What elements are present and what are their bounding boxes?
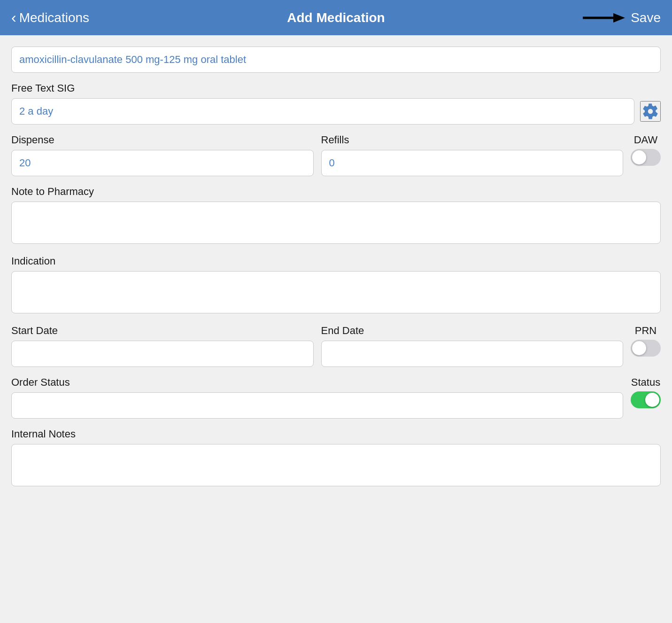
free-text-sig-input[interactable]: [11, 98, 634, 125]
indication-input[interactable]: [11, 271, 661, 313]
date-prn-row: Start Date End Date PRN: [11, 325, 661, 367]
start-date-input[interactable]: [11, 341, 314, 367]
sig-row: [11, 98, 661, 125]
refills-input[interactable]: [321, 150, 624, 176]
daw-toggle-knob: [632, 150, 646, 164]
free-text-sig-label: Free Text SIG: [11, 82, 661, 94]
start-date-column: Start Date: [11, 325, 314, 367]
order-status-column: Order Status: [11, 376, 623, 419]
daw-toggle[interactable]: [631, 149, 661, 166]
dispense-input[interactable]: [11, 150, 314, 176]
status-toggle-knob: [645, 393, 659, 407]
prn-label: PRN: [635, 325, 657, 337]
prn-column: PRN: [631, 325, 661, 357]
sig-settings-button[interactable]: [640, 101, 661, 122]
daw-label: DAW: [634, 134, 658, 146]
refills-column: Refills: [321, 134, 624, 176]
start-date-label: Start Date: [11, 325, 314, 337]
form-content: Free Text SIG Dispense Refills DAW Note …: [0, 35, 672, 516]
end-date-column: End Date: [321, 325, 624, 367]
status-label: Status: [631, 376, 660, 389]
dispense-refills-daw-row: Dispense Refills DAW: [11, 134, 661, 176]
save-button[interactable]: Save: [631, 10, 661, 25]
svg-marker-1: [613, 13, 625, 23]
prn-toggle[interactable]: [631, 340, 661, 357]
dispense-label: Dispense: [11, 134, 314, 146]
note-to-pharmacy-label: Note to Pharmacy: [11, 186, 661, 198]
header-right: Save: [583, 10, 661, 25]
page-title: Add Medication: [287, 10, 385, 25]
note-to-pharmacy-input[interactable]: [11, 202, 661, 244]
medication-name-input[interactable]: [11, 47, 661, 73]
arrow-right-icon: [583, 11, 625, 24]
internal-notes-label: Internal Notes: [11, 428, 661, 440]
status-toggle-column: Status: [631, 376, 661, 408]
status-toggle[interactable]: [631, 391, 661, 408]
daw-column: DAW: [631, 134, 661, 166]
order-status-input[interactable]: [11, 392, 623, 419]
end-date-input[interactable]: [321, 341, 624, 367]
indication-section: Indication: [11, 255, 661, 315]
prn-toggle-knob: [632, 341, 646, 355]
order-status-label: Order Status: [11, 376, 623, 389]
order-status-row: Order Status Status: [11, 376, 661, 419]
internal-notes-input[interactable]: [11, 444, 661, 486]
indication-label: Indication: [11, 255, 661, 267]
note-to-pharmacy-section: Note to Pharmacy: [11, 186, 661, 246]
end-date-label: End Date: [321, 325, 624, 337]
dispense-column: Dispense: [11, 134, 314, 176]
back-label: Medications: [19, 10, 89, 25]
internal-notes-section: Internal Notes: [11, 428, 661, 488]
refills-label: Refills: [321, 134, 624, 146]
chevron-left-icon: ‹: [11, 9, 16, 26]
gear-icon: [642, 103, 659, 120]
app-header: ‹ Medications Add Medication Save: [0, 0, 672, 35]
back-button[interactable]: ‹ Medications: [11, 9, 89, 26]
